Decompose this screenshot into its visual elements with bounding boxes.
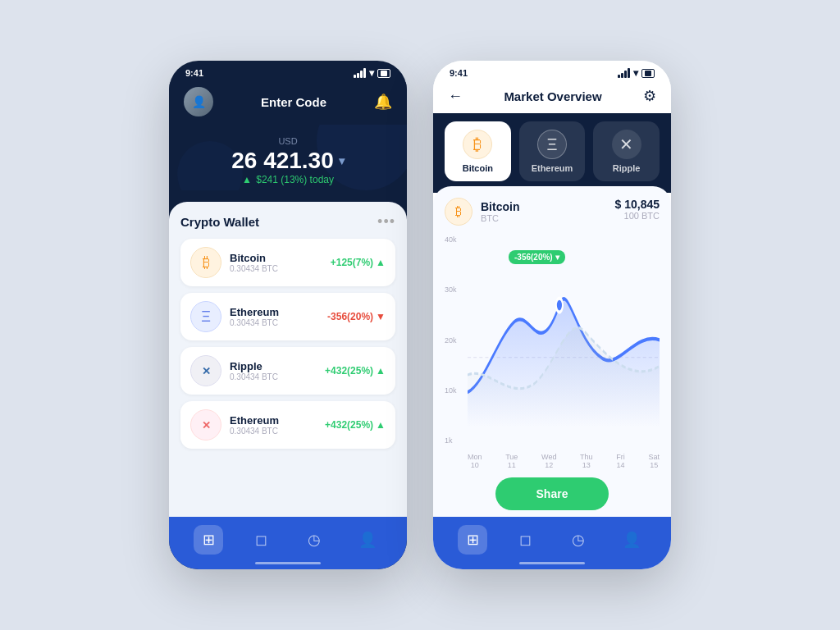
crypto-item-bitcoin[interactable]: ₿ Bitcoin 0.30434 BTC +125(7%) ▲ (180, 239, 395, 286)
x-mon: Mon 10 (468, 453, 482, 469)
share-button[interactable]: Share (495, 477, 609, 510)
time-dark: 9:41 (185, 68, 203, 78)
x-wed: Wed 12 (541, 453, 556, 469)
tab-ethereum[interactable]: Ξ Ethereum (519, 121, 586, 181)
wallet-header-bar: 👤 Enter Code 🔔 (169, 82, 407, 125)
status-icons-dark: ▾ (354, 67, 390, 79)
market-header-bar: ← Market Overview ⚙ (433, 82, 671, 113)
status-bar-dark: 9:41 ▾ (169, 61, 407, 82)
ethereum2-icon: ✕ (190, 409, 221, 441)
ripple-change: +432(25%) ▲ (325, 365, 386, 377)
detail-coin-symbol: BTC (481, 213, 519, 223)
wifi-icon-light: ▾ (633, 67, 638, 79)
x-date-11: 11 (508, 461, 516, 469)
svg-point-1 (556, 299, 563, 313)
tooltip-value: -356(20%) (514, 253, 553, 262)
detail-bitcoin-icon: ₿ (445, 198, 472, 226)
ethereum-info: Ethereum 0.30434 BTC (230, 306, 319, 327)
notification-icon[interactable]: 🔔 (374, 93, 392, 111)
up-arrow-icon: ▲ (376, 257, 386, 268)
x-tue: Tue 11 (505, 453, 518, 469)
tab-bitcoin[interactable]: ₿ Bitcoin (445, 121, 511, 181)
avatar[interactable]: 👤 (184, 87, 213, 116)
y-label-1k: 1k (445, 436, 457, 445)
bitcoin-change: +125(7%) ▲ (331, 257, 386, 268)
ethereum2-change: +432(25%) ▲ (325, 419, 386, 431)
phone-market: 9:41 ▾ ← Market Overview ⚙ ₿ Bitcoin Ξ E… (433, 61, 671, 569)
home-bar (255, 562, 321, 564)
ethereum-sub: 0.30434 BTC (230, 318, 319, 327)
nav-history-icon[interactable]: ◷ (299, 525, 329, 555)
nav-profile-icon[interactable]: 👤 (353, 525, 382, 555)
x-date-12: 12 (545, 461, 553, 469)
signal-icon-light (618, 68, 630, 78)
balance-amount: 26 421.30 ▾ (184, 148, 392, 174)
nav-wallet-icon[interactable]: ◻ (247, 525, 276, 555)
x-day-fri: Fri (616, 453, 625, 461)
tab-bitcoin-icon: ₿ (463, 130, 492, 159)
ethereum-icon: Ξ (190, 301, 221, 332)
balance-change: ▲ $241 (13%) today (184, 174, 392, 185)
bitcoin-icon: ₿ (190, 247, 221, 278)
bitcoin-info: Bitcoin 0.30434 BTC (230, 252, 322, 273)
x-thu: Thu 13 (580, 453, 593, 469)
y-label-40k: 40k (445, 235, 457, 244)
tab-ripple-icon: ✕ (612, 130, 641, 159)
chart-svg-area: -356(20%) ▾ (468, 235, 660, 445)
y-label-30k: 30k (445, 285, 457, 294)
wallet-section: Crypto Wallet ••• ₿ Bitcoin 0.30434 BTC … (169, 202, 407, 517)
x-day-tue: Tue (505, 453, 518, 461)
wallet-section-header: Crypto Wallet ••• (180, 213, 395, 231)
more-options-icon[interactable]: ••• (377, 213, 395, 231)
wallet-title: Crypto Wallet (180, 215, 259, 229)
ethereum-change: -356(20%) ▼ (327, 311, 386, 322)
tab-ripple-label: Ripple (613, 163, 641, 173)
x-sat: Sat 15 (648, 453, 660, 469)
settings-icon[interactable]: ⚙ (643, 87, 656, 105)
y-label-10k: 10k (445, 386, 457, 395)
crypto-item-ethereum[interactable]: Ξ Ethereum 0.30434 BTC -356(20%) ▼ (180, 293, 395, 340)
nav-qr-icon-light[interactable]: ⊞ (458, 525, 487, 555)
x-day-mon: Mon (468, 453, 482, 461)
tooltip-arrow-icon: ▾ (555, 253, 559, 262)
battery-icon (377, 69, 390, 78)
coin-detail-info: Bitcoin BTC (481, 200, 519, 223)
ripple-icon: ✕ (190, 355, 221, 386)
x-date-13: 13 (582, 461, 591, 469)
nav-history-icon-light[interactable]: ◷ (564, 525, 593, 555)
header-title: Enter Code (261, 95, 326, 109)
ethereum2-info: Ethereum 0.30434 BTC (230, 414, 317, 436)
tab-ripple[interactable]: ✕ Ripple (593, 121, 660, 181)
status-bar-light: 9:41 ▾ (433, 61, 671, 82)
phone-wallet: 9:41 ▾ 👤 Enter Code 🔔 USD 26 421.30 ▾ ▲ … (169, 61, 407, 569)
dropdown-icon[interactable]: ▾ (339, 154, 345, 167)
market-header-title: Market Overview (504, 89, 601, 103)
ethereum-name: Ethereum (230, 306, 319, 318)
currency-label: USD (184, 136, 392, 146)
ripple-sub: 0.30434 BTC (230, 372, 317, 381)
nav-qr-icon[interactable]: ⊞ (194, 525, 223, 555)
detail-amount: 100 BTC (615, 211, 660, 221)
market-detail-card: ₿ Bitcoin BTC $ 10,845 100 BTC 40k 30k 2… (433, 186, 671, 517)
x-day-thu: Thu (580, 453, 593, 461)
chart-svg (468, 235, 660, 445)
battery-icon-light (641, 69, 655, 78)
bitcoin-sub: 0.30434 BTC (230, 264, 322, 273)
crypto-item-ethereum2[interactable]: ✕ Ethereum 0.30434 BTC +432(25%) ▲ (180, 401, 395, 449)
nav-wallet-icon-light[interactable]: ◻ (511, 525, 541, 555)
back-icon[interactable]: ← (448, 88, 463, 105)
status-icons-light: ▾ (618, 67, 655, 79)
coin-detail-header: ₿ Bitcoin BTC $ 10,845 100 BTC (445, 198, 660, 226)
balance-value: 26 421.30 (231, 148, 334, 174)
up-arrow3-icon: ▲ (376, 419, 386, 431)
change-value: $241 (13%) today (256, 174, 334, 185)
x-date-10: 10 (471, 461, 479, 469)
signal-icon (354, 68, 366, 78)
tab-ethereum-label: Ethereum (532, 163, 573, 173)
up-arrow2-icon: ▲ (376, 365, 386, 377)
ethereum2-name: Ethereum (230, 414, 317, 427)
home-bar-light (519, 562, 585, 564)
crypto-item-ripple[interactable]: ✕ Ripple 0.30434 BTC +432(25%) ▲ (180, 347, 395, 395)
down-arrow-icon: ▼ (376, 311, 386, 322)
nav-profile-icon-light[interactable]: 👤 (617, 525, 646, 555)
